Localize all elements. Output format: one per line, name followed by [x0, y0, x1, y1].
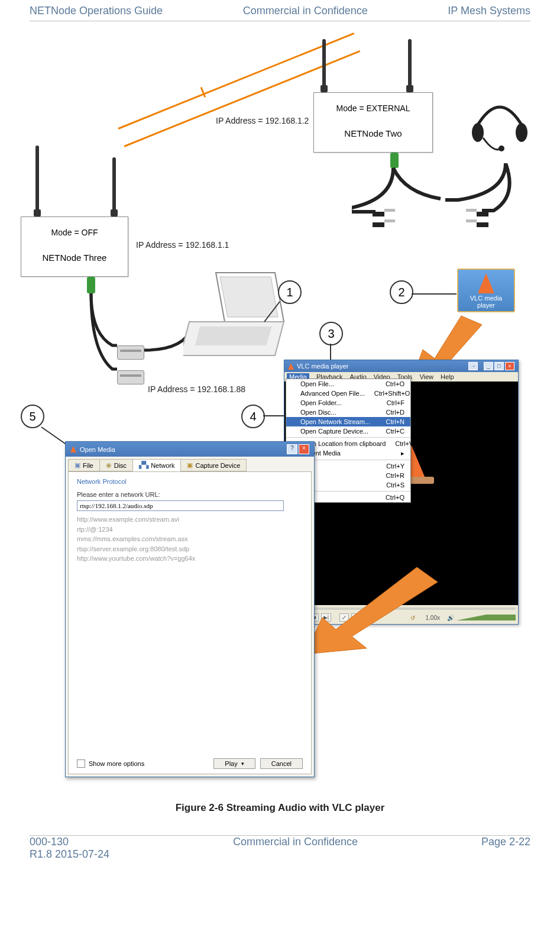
- figure-area: Mode = OFF NETNode Three IP Address = 19…: [30, 21, 530, 802]
- vlc-cone-icon: [478, 273, 494, 293]
- vol-icon[interactable]: 🔊: [447, 615, 454, 621]
- figure-caption: Figure 2-6 Streaming Audio with VLC play…: [30, 802, 530, 814]
- open-media-title: Open Media: [80, 446, 115, 453]
- svg-point-2: [499, 146, 504, 151]
- svg-marker-16: [305, 567, 438, 654]
- minimize-button[interactable]: _: [484, 362, 493, 370]
- callout-3: 3: [319, 322, 343, 345]
- footer-center: Commercial in Confidence: [233, 836, 358, 861]
- show-more-label: Show more options: [89, 760, 144, 767]
- audio-jack-icon: [373, 208, 396, 213]
- antenna-icon: [322, 39, 326, 86]
- node3-ip: IP Address = 192.168.1.1: [136, 240, 229, 250]
- header-left: NETNode Operations Guide: [30, 5, 163, 17]
- audio-jack-icon: [465, 219, 488, 224]
- page-header: NETNode Operations Guide Commercial in C…: [30, 0, 530, 17]
- open-media-dialog[interactable]: Open Media ? × ▣File ◉Disc ▞▚Network ▣Ca…: [65, 441, 315, 777]
- menu-help[interactable]: Help: [441, 373, 454, 380]
- antenna-base-icon: [111, 209, 118, 216]
- audio-jack-icon: [465, 208, 488, 213]
- help-button[interactable]: ?: [287, 444, 297, 454]
- svg-line-7: [264, 302, 280, 322]
- callout-line: [410, 290, 458, 302]
- network-protocol-label: Network Protocol: [77, 478, 303, 485]
- node3-mode: Mode = OFF: [21, 225, 128, 240]
- audio-jack-icon: [373, 219, 396, 224]
- back-nav-button[interactable]: →: [468, 362, 478, 370]
- menu-open-network-stream[interactable]: Open Network Stream...Ctrl+N: [286, 417, 410, 426]
- network-panel: Network Protocol Please enter a network …: [68, 471, 312, 774]
- footer-doc-id: 000-130: [30, 836, 109, 848]
- svg-point-1: [516, 123, 527, 142]
- node2-name: NETNode Two: [314, 126, 432, 141]
- vlc-cone-icon: [288, 363, 294, 370]
- headset-icon: [467, 95, 532, 160]
- network-url-input[interactable]: [77, 500, 284, 511]
- tab-disc[interactable]: ◉Disc: [99, 459, 133, 471]
- device-netnode-three: Mode = OFF NETNode Three: [21, 216, 128, 277]
- play-button[interactable]: Play▾: [213, 758, 255, 769]
- disc-icon: ◉: [106, 461, 112, 469]
- menu-open-file[interactable]: Open File...Ctrl+O: [286, 379, 410, 389]
- antenna-icon: [112, 157, 116, 211]
- maximize-button[interactable]: □: [494, 362, 504, 370]
- close-button[interactable]: ×: [299, 444, 309, 454]
- menu-open-disc[interactable]: Open Disc...Ctrl+D: [286, 408, 410, 417]
- antenna-icon: [35, 146, 39, 211]
- network-icon: ▞▚: [139, 461, 148, 469]
- menu-view[interactable]: View: [419, 373, 433, 380]
- file-icon: ▣: [75, 461, 80, 469]
- capture-icon: ▣: [187, 461, 193, 469]
- menu-open-capture-device[interactable]: Open Capture Device...Ctrl+C: [286, 426, 410, 436]
- callout-line: [329, 344, 332, 361]
- callout-line: [263, 300, 281, 324]
- vlc-icon-label1: VLC media: [459, 295, 513, 302]
- callout-4: 4: [241, 405, 265, 428]
- cancel-button[interactable]: Cancel: [260, 758, 303, 769]
- callout-2: 2: [390, 280, 413, 304]
- laptop-ip: IP Address = 192.168.1.88: [148, 384, 245, 394]
- svg-point-0: [472, 123, 484, 142]
- header-center: Commercial in Confidence: [243, 5, 368, 17]
- vlc-icon-label2: player: [459, 302, 513, 309]
- footer-page: Page 2-22: [481, 836, 530, 861]
- page-footer: 000-130 R1.8 2015-07-24 Commercial in Co…: [30, 836, 530, 867]
- antenna-base-icon: [406, 85, 413, 92]
- vlc-desktop-icon[interactable]: VLC media player: [457, 269, 515, 312]
- vlc-titlebar[interactable]: VLC media player → _ □ ×: [284, 360, 518, 372]
- svg-marker-6: [195, 327, 272, 345]
- header-right: IP Mesh Systems: [448, 5, 530, 17]
- url-examples: http://www.example.com/stream.avi rtp://…: [77, 515, 303, 564]
- vlc-cone-icon: [70, 446, 76, 452]
- open-media-tabs: ▣File ◉Disc ▞▚Network ▣Capture Device: [66, 457, 314, 471]
- tab-capture-device[interactable]: ▣Capture Device: [180, 459, 247, 471]
- cable-icon: [352, 163, 541, 246]
- connector-icon: [87, 277, 95, 293]
- url-prompt: Please enter a network URL:: [77, 491, 303, 498]
- tab-file[interactable]: ▣File: [68, 459, 100, 471]
- device-netnode-two: Mode = EXTERNAL NETNode Two: [313, 92, 433, 153]
- menu-open-folder[interactable]: Open Folder...Ctrl+F: [286, 398, 410, 408]
- callout-1: 1: [278, 280, 302, 304]
- node2-mode: Mode = EXTERNAL: [314, 101, 432, 115]
- vlc-window-title: VLC media player: [297, 363, 348, 370]
- tab-network[interactable]: ▞▚Network: [132, 459, 181, 471]
- open-media-titlebar[interactable]: Open Media ? ×: [66, 442, 314, 457]
- antenna-icon: [408, 39, 412, 86]
- volume-slider[interactable]: [457, 615, 516, 620]
- show-more-checkbox[interactable]: [77, 759, 85, 768]
- node2-ip: IP Address = 192.168.1.2: [216, 116, 309, 125]
- menu-advanced-open-file[interactable]: Advanced Open File...Ctrl+Shift+O: [286, 389, 410, 398]
- antenna-base-icon: [321, 85, 328, 92]
- antenna-base-icon: [34, 209, 41, 216]
- footer-rev-date: R1.8 2015-07-24: [30, 848, 109, 861]
- close-button[interactable]: ×: [505, 362, 514, 370]
- node3-name: NETNode Three: [21, 250, 128, 265]
